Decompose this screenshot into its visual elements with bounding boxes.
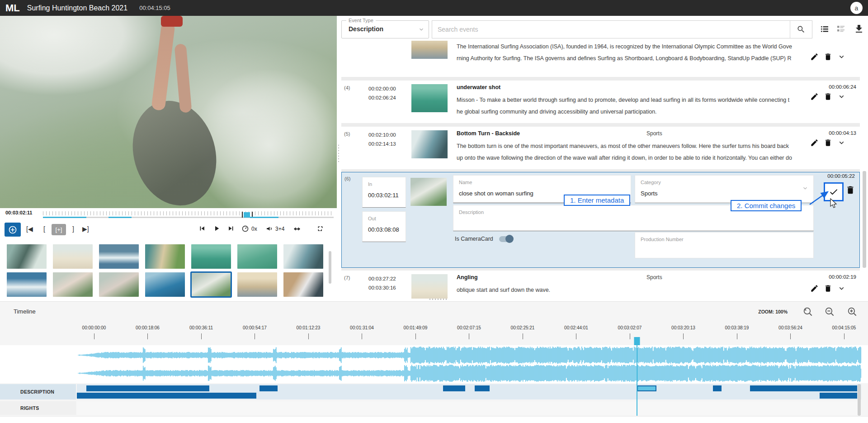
timeline-ruler: 00:00:00:0000:00:18:0600:00:36:1100:00:5… [77,325,861,343]
go-to-in-button[interactable]: [◀ [26,225,33,233]
event-row[interactable]: (7) 00:03:27:2200:03:30:16 Angling Sport… [341,271,860,299]
event-row[interactable]: (4) 00:02:00:0000:02:06:24 underwater sh… [341,81,860,123]
events-list: (3) 00:01:05:23 Surfer running into the … [341,41,860,299]
event-thumbnail[interactable] [410,178,447,206]
clip-thumbnail[interactable] [145,244,185,269]
clip-thumbnail[interactable] [7,272,47,297]
category-select[interactable]: Category Sports [635,175,814,203]
mark-in-button[interactable]: [ [43,225,45,233]
play-button[interactable] [212,224,221,233]
clip-thumbnail[interactable] [99,272,139,297]
thumbnail-scrollbar[interactable] [329,251,331,284]
event-duration: 00:00:02:19 [829,274,856,280]
event-duration: 00:00:05:22 [827,173,855,179]
event-out-timecode: 00:02:14:13 [368,139,396,148]
zoom-in-icon[interactable] [847,306,858,318]
download-icon[interactable] [854,24,865,35]
events-scrollbar[interactable] [863,171,866,268]
event-out-timecode: 00:03:30:16 [368,283,396,292]
timeline-playhead-line [637,337,637,416]
event-title: Angling [457,274,646,280]
event-thumbnail[interactable] [411,41,448,59]
list-view-icon[interactable] [819,24,831,35]
clip-thumbnail[interactable] [283,272,323,297]
timeline-waveform [77,346,861,382]
event-row[interactable]: (5) 00:02:10:0000:02:14:13 Bottom Turn -… [341,127,860,169]
event-edit-card[interactable]: (6) In 00:03:02:11 Out 00:03:08:08 Name … [341,172,860,268]
expand-event-button[interactable] [837,92,847,102]
clip-thumbnail[interactable] [53,244,93,269]
production-number-field[interactable]: Production Number [635,232,814,258]
playback-speed-icon[interactable] [241,225,249,233]
expand-event-button[interactable] [837,284,847,294]
edit-event-button[interactable] [810,138,820,148]
camera-card-toggle[interactable] [499,236,513,242]
clip-thumbnail[interactable] [99,244,139,269]
category-value: Sports [641,190,658,197]
delete-event-button[interactable] [824,92,834,102]
edit-event-button[interactable] [810,284,820,294]
clip-thumbnail[interactable] [237,244,277,269]
delete-event-button[interactable] [824,284,834,294]
search-box [432,20,812,38]
scrubber-bar[interactable] [43,217,334,218]
event-type-select[interactable]: Event Type Description [341,20,429,38]
event-thumbnail[interactable] [411,84,448,112]
timeline-scrollbar[interactable] [858,384,861,416]
fullscreen-button[interactable] [316,225,324,233]
zoom-reset-icon[interactable] [802,306,814,318]
search-input[interactable] [432,21,790,38]
clip-thumbnail[interactable] [191,244,231,269]
video-player[interactable] [0,16,337,208]
scrubber-playhead[interactable] [244,212,250,218]
go-to-out-button[interactable]: ▶] [82,225,89,233]
clip-thumbnail[interactable] [283,244,323,269]
ruler-tick: 00:00:54:17 [238,325,272,343]
panel-splitter-vertical[interactable] [337,145,340,163]
mark-out-button[interactable]: ] [72,225,74,233]
event-type-value: Description [349,25,383,33]
delete-event-button[interactable] [824,52,834,62]
timeline-segment[interactable] [250,217,278,218]
scrubber-in-bracket[interactable] [242,212,243,218]
timeline-zoom-level: ZOOM: 100% [758,309,788,314]
timeline-segment[interactable] [43,217,86,218]
clip-thumbnail[interactable] [53,272,93,297]
delete-event-button[interactable] [845,185,856,196]
edit-event-button[interactable] [810,92,820,102]
timeline-playhead-handle[interactable] [634,337,640,345]
event-in-timecode: 00:02:00:00 [368,84,396,93]
add-marked-event-button[interactable]: [+] [52,224,66,235]
event-thumbnail[interactable] [411,274,448,299]
clip-thumbnail[interactable] [145,272,185,297]
skip-to-start-button[interactable] [198,224,206,233]
in-timecode-field[interactable]: In 00:03:02:11 [362,177,406,208]
zoom-out-icon[interactable] [824,306,835,318]
event-thumbnail[interactable] [411,130,448,158]
event-number: (5) [344,131,350,137]
wave-foam [194,70,337,208]
detail-view-icon[interactable] [835,24,847,35]
event-number: (7) [344,275,350,280]
event-row-clipped[interactable]: (3) 00:01:05:23 Surfer running into the … [341,41,860,77]
event-category: Sports [646,274,662,280]
clip-thumbnail[interactable] [237,272,277,297]
edit-event-button[interactable] [810,52,820,62]
user-avatar[interactable]: a [850,2,863,14]
audio-tracks-icon[interactable] [266,225,274,233]
skip-to-end-button[interactable] [227,224,235,233]
out-timecode-field[interactable]: Out 00:03:08:08 [362,211,406,242]
expand-event-button[interactable] [837,138,847,148]
search-icon[interactable] [790,21,812,38]
scrubber-ticks[interactable] [43,211,334,215]
fit-width-icon[interactable] [293,225,301,233]
log-event-button[interactable] [5,223,21,237]
clip-thumbnail-selected[interactable] [191,272,231,297]
timeline-segment[interactable] [108,217,132,218]
production-number-label: Production Number [641,237,684,242]
timeline-panel: Timeline ZOOM: 100% DESCRIPTION RIGHTS 0… [0,301,868,417]
clip-thumbnail[interactable] [7,244,47,269]
event-in-timecode: 00:02:10:00 [368,130,396,139]
expand-event-button[interactable] [837,52,847,62]
delete-event-button[interactable] [824,138,834,148]
